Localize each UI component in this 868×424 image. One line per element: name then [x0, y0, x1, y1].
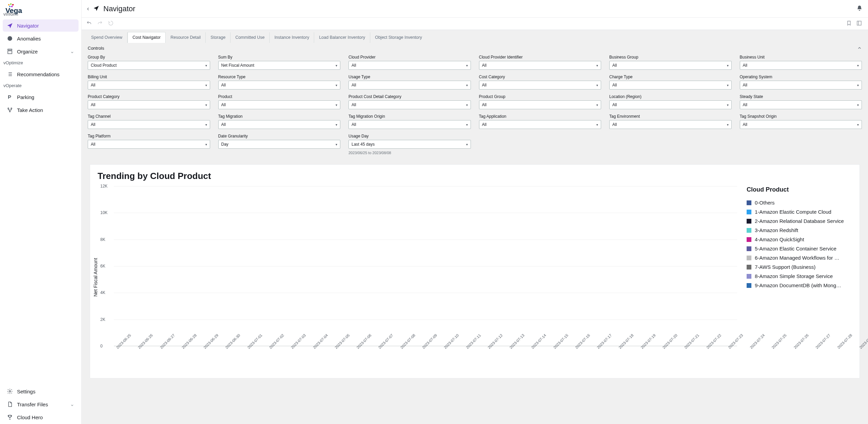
control-select[interactable]: All: [740, 120, 862, 129]
svg-point-1: [10, 3, 12, 5]
tab-committed-use[interactable]: Committed Use: [231, 32, 270, 43]
control-select[interactable]: All: [479, 100, 601, 109]
control-select[interactable]: All: [348, 120, 471, 129]
sidebar-item-take-action[interactable]: Take Action: [3, 104, 79, 116]
sidebar-item-label: Settings: [17, 389, 35, 394]
sidebar-item-recommendations[interactable]: Recommendations: [3, 68, 79, 80]
control-label: Cloud Provider: [348, 55, 471, 60]
expand-icon[interactable]: [856, 20, 863, 27]
sidebar-item-organize[interactable]: Organize⌄: [3, 45, 79, 58]
sidebar-item-label: Take Action: [17, 107, 43, 113]
control-billing-unit: Billing UnitAll: [88, 75, 210, 89]
control-select[interactable]: Day: [218, 140, 341, 149]
tab-resource-detail[interactable]: Resource Detail: [166, 32, 206, 43]
control-label: Tag Migration: [218, 114, 341, 119]
undo-icon[interactable]: [86, 20, 93, 27]
control-select[interactable]: All: [740, 61, 862, 70]
legend-title: Cloud Product: [747, 186, 852, 193]
sidebar-item-navigator[interactable]: Navigator: [3, 19, 79, 32]
control-usage-day: Usage DayLast 45 days2023/06/25 to 2023/…: [348, 134, 471, 155]
control-cloud-provider-identifier: Cloud Provider IdentifierAll: [479, 55, 601, 70]
legend-item[interactable]: 7-AWS Support (Business): [747, 262, 852, 272]
control-select[interactable]: All: [609, 120, 732, 129]
legend-label: 6-Amazon Managed Workflows for …: [755, 255, 839, 261]
tab-strip: Spend OverviewCost NavigatorResource Det…: [82, 30, 868, 43]
tab-instance-inventory[interactable]: Instance Inventory: [270, 32, 314, 43]
control-tag-migration-origin: Tag Migration OriginAll: [348, 114, 471, 129]
control-cost-category: Cost CategoryAll: [479, 75, 601, 89]
control-select[interactable]: All: [88, 100, 210, 109]
tab-object-storage-inventory[interactable]: Object Storage Inventory: [370, 32, 427, 43]
sidebar-item-settings[interactable]: Settings: [3, 385, 79, 397]
control-label: Operating System: [740, 75, 862, 79]
control-select[interactable]: All: [479, 61, 601, 70]
legend-item[interactable]: 1-Amazon Elastic Compute Cloud: [747, 207, 852, 216]
sidebar-item-anomalies[interactable]: Anomalies: [3, 32, 79, 45]
control-steady-state: Steady StateAll: [740, 94, 862, 109]
legend-item[interactable]: 0-Others: [747, 198, 852, 207]
control-select[interactable]: All: [479, 120, 601, 129]
control-label: Product Cost Detail Category: [348, 94, 471, 99]
control-select[interactable]: All: [348, 61, 471, 70]
y-tick-label: 10K: [100, 210, 107, 215]
legend-swatch: [747, 210, 751, 214]
control-select[interactable]: All: [348, 100, 471, 109]
tab-storage[interactable]: Storage: [206, 32, 231, 43]
collapse-controls-icon[interactable]: [857, 46, 862, 51]
redo-icon[interactable]: [97, 20, 104, 27]
control-label: Usage Type: [348, 75, 471, 79]
notifications-icon[interactable]: [856, 5, 863, 12]
legend-item[interactable]: 2-Amazon Relational Database Service: [747, 216, 852, 226]
tab-cost-navigator[interactable]: Cost Navigator: [127, 32, 166, 43]
control-select[interactable]: Cloud Product: [88, 61, 210, 70]
legend-item[interactable]: 8-Amazon Simple Storage Service: [747, 272, 852, 281]
control-select[interactable]: All: [218, 120, 341, 129]
bookmark-icon[interactable]: [846, 20, 853, 27]
control-label: Charge Type: [609, 75, 732, 79]
control-select[interactable]: All: [348, 81, 471, 89]
sidebar-item-parking[interactable]: PParking: [3, 91, 79, 103]
control-label: Cost Category: [479, 75, 601, 79]
legend-item[interactable]: 3-Amazon Redshift: [747, 226, 852, 235]
sidebar-item-transfer-files[interactable]: Transfer Files⌄: [3, 398, 79, 410]
control-business-group: Business GroupAll: [609, 55, 732, 70]
control-select[interactable]: All: [218, 100, 341, 109]
control-select[interactable]: All: [740, 100, 862, 109]
legend-swatch: [747, 228, 751, 233]
control-select[interactable]: Last 45 days: [348, 140, 471, 149]
sidebar-item-label: Anomalies: [17, 36, 41, 42]
control-hint: 2023/06/25 to 2023/08/08: [348, 151, 471, 155]
control-select[interactable]: All: [479, 81, 601, 89]
control-select[interactable]: All: [740, 81, 862, 89]
control-select[interactable]: All: [609, 81, 732, 89]
control-select[interactable]: All: [609, 61, 732, 70]
tab-load-balancer-inventory[interactable]: Load Balancer Inventory: [314, 32, 370, 43]
legend-label: 3-Amazon Redshift: [755, 227, 798, 233]
control-select[interactable]: Net Fiscal Amount: [218, 61, 341, 70]
control-label: Tag Migration Origin: [348, 114, 471, 119]
reset-icon[interactable]: [108, 20, 115, 27]
control-label: Business Unit: [740, 55, 862, 60]
control-label: Location (Region): [609, 94, 732, 99]
control-select[interactable]: All: [88, 120, 210, 129]
control-select[interactable]: All: [218, 81, 341, 89]
legend-label: 8-Amazon Simple Storage Service: [755, 273, 833, 279]
control-charge-type: Charge TypeAll: [609, 75, 732, 89]
control-label: Cloud Provider Identifier: [479, 55, 601, 60]
control-group-by: Group ByCloud Product: [88, 55, 210, 70]
control-select[interactable]: All: [88, 81, 210, 89]
control-label: Date Granularity: [218, 134, 341, 138]
legend-item[interactable]: 4-Amazon QuickSight: [747, 235, 852, 244]
tab-spend-overview[interactable]: Spend Overview: [86, 32, 127, 43]
control-label: Tag Environment: [609, 114, 732, 119]
svg-text:Vega: Vega: [5, 6, 22, 14]
control-select[interactable]: All: [609, 100, 732, 109]
legend-item[interactable]: 5-Amazon Elastic Container Service: [747, 244, 852, 253]
organize-icon: [7, 48, 13, 54]
control-select[interactable]: All: [88, 140, 210, 149]
control-label: Tag Channel: [88, 114, 210, 119]
legend-item[interactable]: 9-Amazon DocumentDB (with Mong…: [747, 281, 852, 290]
legend-item[interactable]: 6-Amazon Managed Workflows for …: [747, 253, 852, 262]
sidebar-item-cloud-hero[interactable]: Cloud Hero: [3, 411, 79, 423]
back-button[interactable]: ‹: [87, 5, 89, 12]
